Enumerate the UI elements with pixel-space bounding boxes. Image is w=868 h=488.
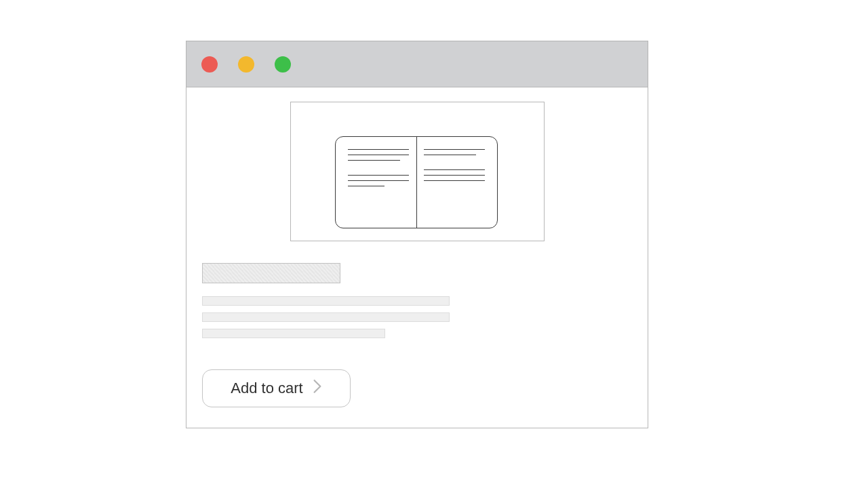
maximize-window-button[interactable] [275,56,291,73]
window-controls [201,56,291,73]
book-spine [416,137,417,228]
book-right-page [424,149,485,216]
product-description-line [202,312,450,322]
page-content: Add to cart [186,87,648,428]
window-titlebar [186,41,648,87]
add-to-cart-button[interactable]: Add to cart [202,369,351,407]
product-description-line [202,329,385,338]
book-left-page [348,149,409,216]
chevron-right-icon [313,379,322,398]
book-icon [335,136,498,228]
product-title-placeholder [202,263,340,283]
close-window-button[interactable] [201,56,218,73]
product-image-frame [290,102,545,241]
add-to-cart-label: Add to cart [231,380,302,397]
browser-window: Add to cart [186,41,648,428]
minimize-window-button[interactable] [238,56,254,73]
product-description-line [202,296,450,306]
